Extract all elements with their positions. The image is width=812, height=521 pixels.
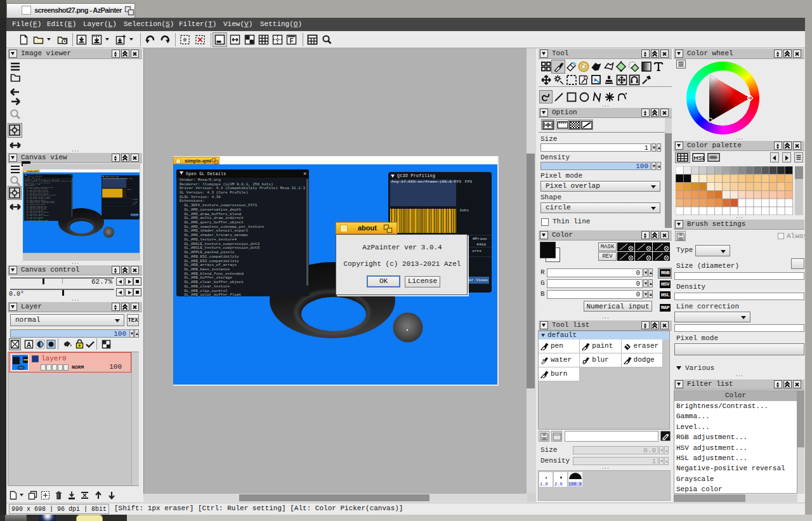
svg-text:A: A [27, 341, 31, 348]
svg-text:F: F [290, 37, 294, 44]
svg-text:HSL: HSL [694, 154, 705, 161]
